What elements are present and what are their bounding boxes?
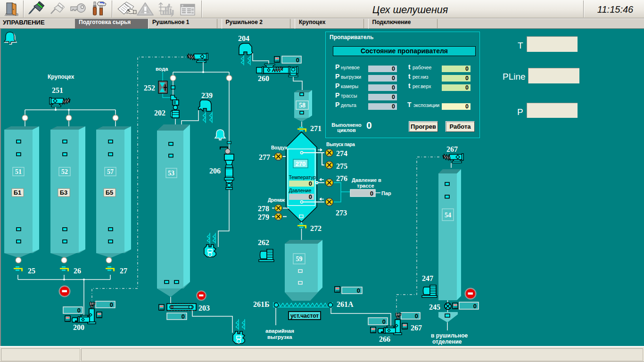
svg-text:275: 275 [336, 162, 347, 170]
svg-text:204: 204 [238, 34, 249, 42]
svg-text:203: 203 [198, 304, 210, 312]
svg-text:202: 202 [154, 109, 165, 117]
svg-text:вода: вода [156, 66, 168, 72]
svg-text:0: 0 [415, 313, 418, 320]
svg-text:274: 274 [336, 149, 347, 157]
svg-text:54: 54 [445, 212, 451, 219]
svg-text:200: 200 [73, 323, 84, 331]
svg-text:27: 27 [120, 267, 127, 275]
svg-text:Б3: Б3 [60, 189, 68, 196]
svg-text:53: 53 [168, 170, 174, 177]
svg-text:260: 260 [258, 74, 269, 82]
svg-text:трассе: трассе [357, 183, 374, 189]
svg-text:0: 0 [382, 318, 386, 325]
svg-text:25: 25 [28, 267, 35, 275]
svg-text:Давление в: Давление в [352, 177, 381, 183]
svg-text:аварийная: аварийная [265, 328, 294, 334]
svg-text:Выпуск пара: Выпуск пара [326, 142, 355, 147]
svg-text:276: 276 [336, 174, 347, 182]
svg-text:0: 0 [357, 287, 360, 294]
svg-text:251: 251 [52, 86, 63, 94]
svg-text:261Б: 261Б [253, 300, 270, 308]
svg-text:59: 59 [296, 255, 303, 263]
svg-text:239: 239 [201, 91, 213, 99]
svg-text:Б5: Б5 [106, 189, 114, 196]
svg-text:0: 0 [296, 57, 299, 64]
svg-text:26: 26 [74, 267, 81, 275]
svg-text:0: 0 [309, 180, 312, 187]
svg-text:Воздух: Воздух [271, 145, 288, 150]
svg-text:267: 267 [411, 324, 422, 332]
svg-text:отделение: отделение [432, 338, 462, 345]
svg-text:выгрузка: выгрузка [267, 334, 292, 340]
svg-text:261А: 261А [337, 300, 354, 308]
svg-text:0: 0 [110, 301, 113, 308]
svg-text:277: 277 [259, 153, 270, 161]
svg-text:278: 278 [258, 205, 269, 213]
svg-text:Крупоцех: Крупоцех [48, 74, 74, 80]
svg-text:245: 245 [429, 303, 440, 311]
svg-text:247: 247 [422, 274, 433, 282]
svg-text:51: 51 [15, 168, 22, 175]
svg-text:262: 262 [258, 239, 269, 247]
svg-text:Б1: Б1 [14, 189, 22, 196]
svg-text:270: 270 [296, 160, 306, 167]
svg-text:0: 0 [182, 313, 185, 320]
svg-text:266: 266 [379, 335, 390, 343]
svg-text:Давление: Давление [289, 188, 312, 193]
svg-text:252: 252 [144, 84, 155, 92]
svg-text:0: 0 [77, 307, 81, 314]
svg-text:267: 267 [446, 145, 458, 153]
svg-text:Пар: Пар [381, 190, 391, 196]
svg-text:в рушильное: в рушильное [431, 332, 468, 339]
svg-text:Дренаж: Дренаж [268, 197, 285, 203]
svg-text:271: 271 [310, 124, 322, 132]
svg-text:уст.частот: уст.частот [290, 313, 319, 319]
svg-text:279: 279 [258, 213, 269, 221]
svg-text:0: 0 [309, 193, 312, 200]
svg-text:272: 272 [310, 224, 322, 232]
svg-text:Температур: Температур [289, 174, 316, 180]
svg-text:52: 52 [61, 168, 68, 175]
svg-text:0: 0 [473, 303, 477, 310]
svg-text:206: 206 [209, 167, 221, 175]
svg-text:58: 58 [299, 102, 305, 109]
svg-text:0: 0 [370, 190, 373, 197]
svg-text:57: 57 [107, 168, 114, 175]
svg-text:273: 273 [336, 209, 347, 217]
